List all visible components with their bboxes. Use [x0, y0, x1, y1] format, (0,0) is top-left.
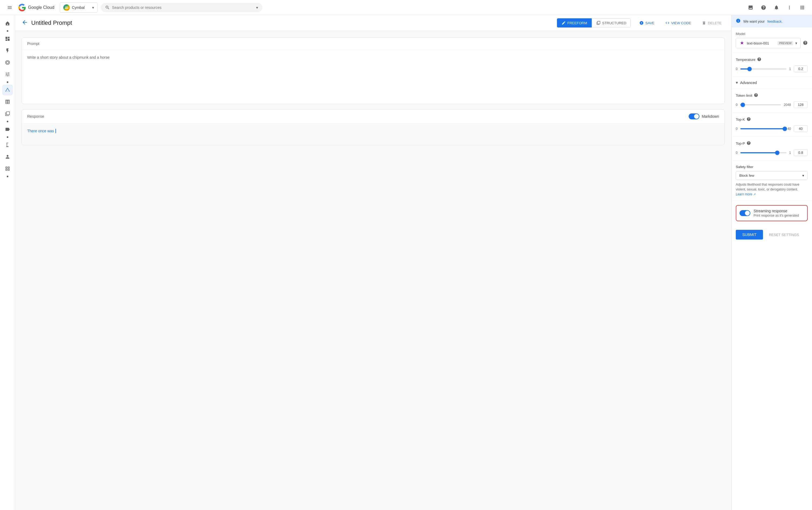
google-cloud-text: Google Cloud	[28, 5, 54, 10]
sidebar-icon-pipeline[interactable]	[2, 108, 13, 119]
advanced-label: Advanced	[740, 81, 757, 85]
top-p-max: 1	[789, 151, 791, 154]
response-panel-body: There once was	[22, 123, 724, 145]
feedback-link[interactable]: feedback.	[767, 20, 782, 23]
streaming-description: Print response as it's generated	[754, 214, 804, 218]
model-selector[interactable]: text-bison-001 PREVIEW ▾	[736, 38, 801, 48]
sidebar-icon-tune[interactable]	[2, 69, 13, 80]
temperature-label: Temperature	[736, 58, 755, 62]
google-cloud-logo: Google Cloud	[18, 4, 54, 11]
prompt-label: Prompt	[27, 41, 39, 46]
main-layout: Untitled Prompt FREEFORM STRUCTURED SAVE	[15, 15, 812, 510]
model-name: text-bison-001	[747, 41, 775, 45]
token-limit-value[interactable]: 128	[794, 101, 808, 108]
streaming-section: Streaming response Print response as it'…	[736, 205, 808, 221]
nav-right	[745, 2, 808, 13]
temperature-help-icon[interactable]	[757, 57, 761, 62]
sidebar-icon-table[interactable]	[2, 96, 13, 107]
save-button[interactable]: SAVE	[636, 19, 658, 27]
temperature-slider[interactable]	[741, 66, 787, 72]
learn-more-text: Learn more	[736, 192, 752, 196]
token-limit-max: 2048	[784, 103, 791, 107]
sidebar-dot-3	[7, 121, 8, 122]
submit-button[interactable]: SUBMIT	[736, 230, 763, 239]
sidebar-icon-person[interactable]	[2, 151, 13, 162]
save-label: SAVE	[645, 21, 655, 25]
top-k-slider[interactable]	[741, 126, 785, 132]
model-help-icon[interactable]	[803, 40, 808, 46]
prompt-panel-header: Prompt	[22, 38, 724, 50]
search-bar[interactable]: ▾	[101, 3, 262, 12]
model-label: Model	[736, 32, 808, 36]
sidebar-dot-1	[7, 30, 8, 32]
right-panel: We want your feedback. Model text-bison-…	[731, 15, 812, 510]
top-p-value[interactable]: 0.8	[794, 149, 808, 156]
sidebar-dot-5	[7, 176, 8, 177]
prompt-text: Write a short story about a chipmunk and…	[27, 55, 110, 60]
notifications-icon[interactable]	[771, 2, 782, 13]
text-cursor	[56, 129, 56, 133]
sidebar-icon-experiment[interactable]	[2, 140, 13, 150]
structured-mode-button[interactable]: STRUCTURED	[592, 18, 631, 27]
view-code-button[interactable]: VIEW CODE	[662, 19, 694, 27]
search-input[interactable]	[112, 5, 254, 10]
content-panels: Prompt Write a short story about a chipm…	[15, 31, 731, 152]
response-panel: Response Markdown There once was	[22, 109, 725, 145]
top-k-value[interactable]: 40	[794, 125, 808, 132]
prompt-panel: Prompt Write a short story about a chipm…	[22, 37, 725, 104]
token-limit-help-icon[interactable]	[754, 93, 758, 98]
delete-label: DELETE	[708, 21, 722, 25]
help-icon[interactable]	[758, 2, 769, 13]
page-title: Untitled Prompt	[31, 20, 554, 26]
top-p-slider[interactable]	[741, 150, 787, 155]
freeform-mode-button[interactable]: FREEFORM	[557, 18, 592, 27]
token-limit-slider[interactable]	[741, 102, 781, 108]
temperature-section: Temperature 0 1 0.2	[731, 53, 812, 77]
advanced-section-header[interactable]: ▾ Advanced	[731, 77, 812, 89]
token-limit-label: Token limit	[736, 93, 752, 97]
sub-header: Untitled Prompt FREEFORM STRUCTURED SAVE	[15, 15, 731, 31]
sidebar-icon-home[interactable]	[2, 18, 13, 29]
safety-filter-chevron-icon: ▾	[802, 173, 804, 177]
markdown-toggle-switch[interactable]	[689, 113, 699, 119]
sidebar-icon-model[interactable]	[2, 57, 13, 68]
sidebar-icon-spark[interactable]	[2, 45, 13, 56]
temperature-min: 0	[736, 67, 738, 71]
top-p-section: Top-P 0 1 0.8	[731, 137, 812, 161]
model-icon	[739, 40, 745, 46]
reset-settings-button[interactable]: RESET SETTINGS	[766, 230, 802, 239]
markdown-toggle[interactable]: Markdown	[689, 113, 719, 119]
top-p-help-icon[interactable]	[747, 141, 751, 146]
menu-icon[interactable]	[4, 2, 15, 13]
structured-label: STRUCTURED	[602, 21, 627, 25]
safety-filter-select[interactable]: Block few ▾	[736, 171, 808, 180]
sidebar-icon-label[interactable]	[2, 124, 13, 135]
back-button[interactable]	[22, 19, 28, 27]
delete-button[interactable]: DELETE	[699, 19, 725, 27]
top-k-min: 0	[736, 127, 738, 131]
top-nav: Google Cloud Cymbal ▾ ▾	[0, 0, 812, 15]
more-vert-icon[interactable]	[784, 2, 795, 13]
temperature-value[interactable]: 0.2	[794, 65, 808, 72]
top-k-help-icon[interactable]	[747, 117, 751, 122]
bottom-actions: SUBMIT RESET SETTINGS	[731, 226, 812, 244]
org-selector[interactable]: Cymbal ▾	[60, 2, 97, 13]
search-chevron-icon: ▾	[256, 5, 258, 10]
safety-section: Safety filter Block few ▾ Adjusts likeli…	[731, 161, 812, 201]
prompt-panel-body[interactable]: Write a short story about a chipmunk and…	[22, 50, 724, 104]
mode-buttons: FREEFORM STRUCTURED	[557, 18, 631, 27]
advanced-chevron-icon: ▾	[736, 80, 738, 85]
sidebar-icon-grid[interactable]	[2, 163, 13, 174]
response-streaming-text: There once was	[27, 129, 54, 133]
safety-description: Adjusts likelihood that responses could …	[736, 182, 808, 192]
streaming-toggle[interactable]	[740, 210, 750, 216]
apps-icon[interactable]	[797, 2, 808, 13]
sidebar	[0, 15, 15, 510]
image-icon[interactable]	[745, 2, 756, 13]
safety-learn-more-link[interactable]: Learn more ↗	[736, 192, 756, 196]
info-icon	[736, 18, 741, 24]
center-content: Untitled Prompt FREEFORM STRUCTURED SAVE	[15, 15, 731, 510]
sidebar-icon-dashboard[interactable]	[2, 33, 13, 44]
response-panel-header: Response Markdown	[22, 110, 724, 123]
sidebar-icon-vertex[interactable]	[2, 85, 13, 95]
